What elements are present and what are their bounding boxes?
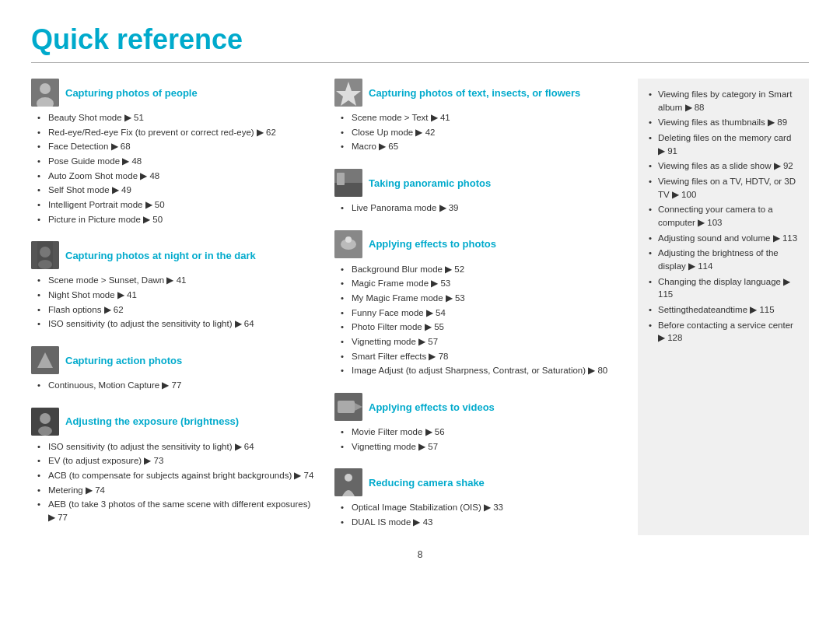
mid-column: Capturing photos of text, insects, or fl… bbox=[334, 79, 622, 535]
list-capturing-action: Continuous, Motion Capture ▶ 77 bbox=[31, 379, 319, 392]
section-title-shake: Reducing camera shake bbox=[369, 477, 485, 489]
action-icon bbox=[31, 346, 59, 374]
list-item: Auto Zoom Shot mode ▶ 48 bbox=[37, 170, 319, 183]
section-taking-panoramic: Taking panoramic photos Live Panorama mo… bbox=[334, 169, 622, 216]
shake-icon bbox=[334, 468, 362, 496]
svg-rect-6 bbox=[37, 241, 53, 269]
list-item: Viewing files as a slide show ▶ 92 bbox=[649, 159, 798, 173]
section-title-panoramic: Taking panoramic photos bbox=[369, 177, 491, 189]
exposure-icon bbox=[31, 408, 59, 436]
right-col-list: Viewing files by category in Smart album… bbox=[649, 88, 798, 345]
list-item: Intelligent Portrait mode ▶ 50 bbox=[37, 198, 319, 212]
section-capturing-action: Capturing action photos Continuous, Moti… bbox=[31, 346, 319, 394]
svg-rect-14 bbox=[337, 173, 345, 185]
section-title-people: Capturing photos of people bbox=[65, 87, 198, 99]
list-capturing-people: Beauty Shot mode ▶ 51 Red-eye/Red-eye Fi… bbox=[31, 111, 319, 226]
list-item: Red-eye/Red-eye Fix (to prevent or corre… bbox=[37, 126, 319, 139]
section-adjusting-exposure: Adjusting the exposure (brightness) ISO … bbox=[31, 408, 319, 526]
svg-point-9 bbox=[40, 413, 51, 424]
list-item: Macro ▶ 65 bbox=[341, 140, 622, 153]
section-header-action: Capturing action photos bbox=[31, 346, 319, 374]
list-item: Viewing files as thumbnails ▶ 89 bbox=[649, 116, 798, 129]
section-header-panoramic: Taking panoramic photos bbox=[334, 169, 622, 197]
list-item: DUAL IS mode ▶ 43 bbox=[341, 516, 622, 529]
list-item: ISO sensitivity (to adjust the sensitivi… bbox=[37, 440, 319, 454]
list-item: Background Blur mode ▶ 52 bbox=[341, 263, 622, 276]
section-capturing-text-insects: Capturing photos of text, insects, or fl… bbox=[334, 79, 622, 155]
list-item: ISO sensitivity (to adjust the sensitivi… bbox=[37, 317, 319, 331]
list-item: Image Adjust (to adjust Sharpness, Contr… bbox=[341, 364, 622, 377]
text-insects-icon bbox=[334, 79, 362, 107]
list-taking-panoramic: Live Panorama mode ▶ 39 bbox=[334, 201, 622, 215]
list-item: Movie Filter mode ▶ 56 bbox=[341, 426, 622, 439]
section-applying-effects-videos: Applying effects to videos Movie Filter … bbox=[334, 393, 622, 454]
section-header-exposure: Adjusting the exposure (brightness) bbox=[31, 408, 319, 436]
section-title-night: Capturing photos at night or in the dark bbox=[65, 250, 256, 261]
list-item: Flash options ▶ 62 bbox=[37, 303, 319, 317]
svg-point-17 bbox=[345, 236, 352, 243]
list-item: Magic Frame mode ▶ 53 bbox=[341, 277, 622, 290]
section-reducing-shake: Reducing camera shake Optical Image Stab… bbox=[334, 468, 622, 530]
list-item: Face Detection ▶ 68 bbox=[37, 140, 319, 153]
list-item: Changing the display language ▶ 115 bbox=[649, 275, 798, 301]
list-reducing-shake: Optical Image Stabilization (OIS) ▶ 33 D… bbox=[334, 501, 622, 528]
svg-point-10 bbox=[38, 426, 52, 436]
section-applying-effects-photos: Applying effects to photos Background Bl… bbox=[334, 230, 622, 379]
night-icon bbox=[31, 241, 59, 269]
title-divider bbox=[31, 62, 809, 63]
list-item: Pose Guide mode ▶ 48 bbox=[37, 155, 319, 168]
panoramic-icon bbox=[334, 169, 362, 197]
list-item: Viewing files by category in Smart album… bbox=[649, 88, 798, 114]
list-item: Settingthedateandtime ▶ 115 bbox=[649, 303, 798, 317]
list-item: Deleting files on the memory card ▶ 91 bbox=[649, 131, 798, 157]
list-item: Continuous, Motion Capture ▶ 77 bbox=[37, 379, 319, 392]
list-item: Funny Face mode ▶ 54 bbox=[341, 306, 622, 320]
section-capturing-people: Capturing photos of people Beauty Shot m… bbox=[31, 79, 319, 227]
list-capturing-text-insects: Scene mode > Text ▶ 41 Close Up mode ▶ 4… bbox=[334, 111, 622, 153]
section-header-effects-photos: Applying effects to photos bbox=[334, 230, 622, 258]
list-item: Night Shot mode ▶ 41 bbox=[37, 289, 319, 302]
page-number: 8 bbox=[31, 549, 809, 560]
section-title-action: Capturing action photos bbox=[65, 355, 182, 366]
list-item: AEB (to take 3 photos of the same scene … bbox=[37, 498, 319, 524]
list-applying-effects-videos: Movie Filter mode ▶ 56 Vignetting mode ▶… bbox=[334, 426, 622, 453]
section-capturing-night: Capturing photos at night or in the dark… bbox=[31, 241, 319, 332]
section-header-text-insects: Capturing photos of text, insects, or fl… bbox=[334, 79, 622, 107]
right-column: Viewing files by category in Smart album… bbox=[638, 79, 809, 535]
list-item: Photo Filter mode ▶ 55 bbox=[341, 321, 622, 334]
list-adjusting-exposure: ISO sensitivity (to adjust the sensitivi… bbox=[31, 440, 319, 524]
section-title-exposure: Adjusting the exposure (brightness) bbox=[65, 415, 239, 427]
main-layout: Capturing photos of people Beauty Shot m… bbox=[31, 79, 809, 535]
list-item: Live Panorama mode ▶ 39 bbox=[341, 201, 622, 215]
left-column: Capturing photos of people Beauty Shot m… bbox=[31, 79, 319, 535]
section-header-shake: Reducing camera shake bbox=[334, 468, 622, 496]
list-item: My Magic Frame mode ▶ 53 bbox=[341, 292, 622, 305]
list-item: Beauty Shot mode ▶ 51 bbox=[37, 111, 319, 124]
list-item: Adjusting the brightness of the display … bbox=[649, 247, 798, 272]
person-icon bbox=[31, 79, 59, 107]
list-item: EV (to adjust exposure) ▶ 73 bbox=[37, 454, 319, 468]
svg-rect-19 bbox=[338, 401, 355, 413]
list-item: ACB (to compensate for subjects against … bbox=[37, 469, 319, 482]
list-item: Before contacting a service center ▶ 128 bbox=[649, 319, 798, 345]
list-applying-effects-photos: Background Blur mode ▶ 52 Magic Frame mo… bbox=[334, 263, 622, 377]
section-title-effects-videos: Applying effects to videos bbox=[369, 401, 495, 413]
list-item: Self Shot mode ▶ 49 bbox=[37, 184, 319, 197]
list-item: Vignetting mode ▶ 57 bbox=[341, 335, 622, 349]
list-item: Scene mode > Text ▶ 41 bbox=[341, 111, 622, 124]
section-title-effects-photos: Applying effects to photos bbox=[369, 238, 496, 250]
list-item: Vignetting mode ▶ 57 bbox=[341, 440, 622, 454]
section-title-text-insects: Capturing photos of text, insects, or fl… bbox=[369, 87, 580, 99]
list-item: Optical Image Stabilization (OIS) ▶ 33 bbox=[341, 501, 622, 514]
page-title: Quick reference bbox=[31, 23, 809, 56]
list-item: Adjusting sound and volume ▶ 113 bbox=[649, 232, 798, 245]
effects-photo-icon bbox=[334, 230, 362, 258]
section-header-people: Capturing photos of people bbox=[31, 79, 319, 107]
list-item: Smart Filter effects ▶ 78 bbox=[341, 350, 622, 363]
list-item: Connecting your camera to a computer ▶ 1… bbox=[649, 203, 798, 229]
svg-point-22 bbox=[345, 474, 352, 482]
svg-point-1 bbox=[40, 83, 51, 94]
list-item: Metering ▶ 74 bbox=[37, 484, 319, 497]
effects-video-icon bbox=[334, 393, 362, 421]
list-item: Viewing files on a TV, HDTV, or 3D TV ▶ … bbox=[649, 175, 798, 201]
